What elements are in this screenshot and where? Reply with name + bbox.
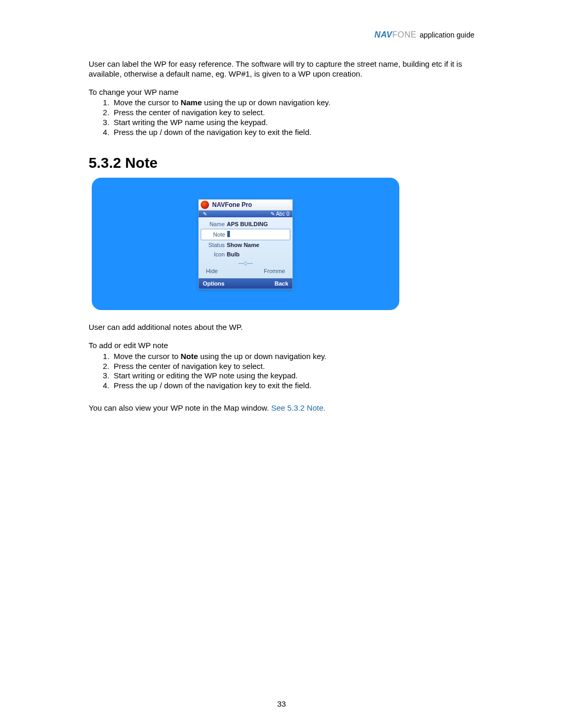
row-note[interactable]: Note — [201, 229, 290, 240]
page-header: NAVFONE application guide — [89, 30, 474, 40]
change-name-lead: To change your WP name — [89, 88, 474, 97]
hide-label: Hide — [206, 268, 218, 274]
closing-paragraph: You can also view your WP note in the Ma… — [89, 403, 474, 413]
label-status: Status — [202, 242, 225, 248]
add-step-1: Move the cursor to Note using the up or … — [112, 352, 474, 362]
label-icon: Icon — [202, 251, 225, 257]
step-4: Press the up / down of the navigation ke… — [112, 128, 474, 138]
phone-softkeys: Options Back — [199, 278, 292, 289]
row-name: Name APS BUILDING — [201, 219, 290, 229]
add-note-steps: Move the cursor to Note using the up or … — [89, 352, 474, 391]
phone-titlebar: NAVFone Pro — [199, 200, 292, 211]
phone-status-bar: ✎ ✎ Abc 0 — [199, 211, 292, 217]
fromme-label: Fromme — [264, 268, 285, 274]
step-2: Press the center of navigation key to se… — [112, 108, 474, 118]
app-icon — [201, 201, 209, 209]
step-1: Move the cursor to Name using the up or … — [112, 98, 474, 108]
add-step-1-pre: Move the cursor to — [114, 352, 180, 361]
label-note: Note — [202, 231, 225, 238]
battery-indicator: 0 — [286, 211, 289, 217]
value-status: Show Name — [227, 242, 259, 248]
phone-form: Name APS BUILDING Note Status Show Name … — [199, 217, 292, 278]
logo: NAVFONE — [374, 30, 417, 40]
change-name-steps: Move the cursor to Name using the up or … — [89, 98, 474, 137]
edit-indicator-icon: ✎ — [202, 211, 207, 216]
closing-text: You can also view your WP note in the Ma… — [89, 403, 271, 412]
input-mode: Abc — [276, 211, 285, 217]
row-hide-fromme: Hide Fromme — [201, 267, 290, 278]
step-1-pre: Move the cursor to — [114, 98, 180, 107]
intro-paragraph: User can label the WP for easy reference… — [89, 59, 474, 79]
divider: —◇— — [201, 259, 290, 267]
step-3: Start writing the WP name using the keyp… — [112, 118, 474, 128]
phone-screenshot: NAVFone Pro ✎ ✎ Abc 0 Name APS BUILDING … — [198, 199, 293, 289]
section-heading: 5.3.2 Note — [89, 155, 474, 171]
add-step-3: Start writing or editing the WP note usi… — [112, 371, 474, 381]
logo-nav-part: NAV — [374, 30, 392, 39]
value-note[interactable] — [227, 231, 230, 238]
softkey-back[interactable]: Back — [275, 280, 288, 287]
after-paragraph-1: User can add additional notes about the … — [89, 323, 474, 332]
add-step-1-post: using the up or down navigation key. — [198, 352, 327, 361]
row-icon: Icon Bulb — [201, 250, 290, 259]
add-step-4: Press the up / down of the navigation ke… — [112, 381, 474, 391]
text-cursor — [227, 231, 230, 237]
logo-fone-part: FONE — [392, 30, 416, 39]
step-1-bold: Name — [180, 98, 202, 107]
row-status: Status Show Name — [201, 240, 290, 250]
value-icon: Bulb — [227, 251, 239, 257]
add-step-1-bold: Note — [180, 352, 198, 361]
step-1-post: using the up or down navigation key. — [202, 98, 331, 107]
phone-app-title: NAVFone Pro — [212, 201, 252, 208]
add-step-2: Press the center of navigation key to se… — [112, 362, 474, 372]
add-note-lead: To add or edit WP note — [89, 341, 474, 351]
label-name: Name — [202, 221, 225, 227]
page-number: 33 — [0, 699, 563, 708]
softkey-options[interactable]: Options — [203, 280, 225, 287]
header-subtitle: application guide — [420, 31, 474, 39]
screenshot-frame: NAVFone Pro ✎ ✎ Abc 0 Name APS BUILDING … — [92, 178, 399, 310]
see-note-link[interactable]: See 5.3.2 Note. — [271, 403, 325, 412]
value-name: APS BUILDING — [227, 221, 268, 227]
pencil-mode-icon: ✎ — [271, 211, 275, 217]
